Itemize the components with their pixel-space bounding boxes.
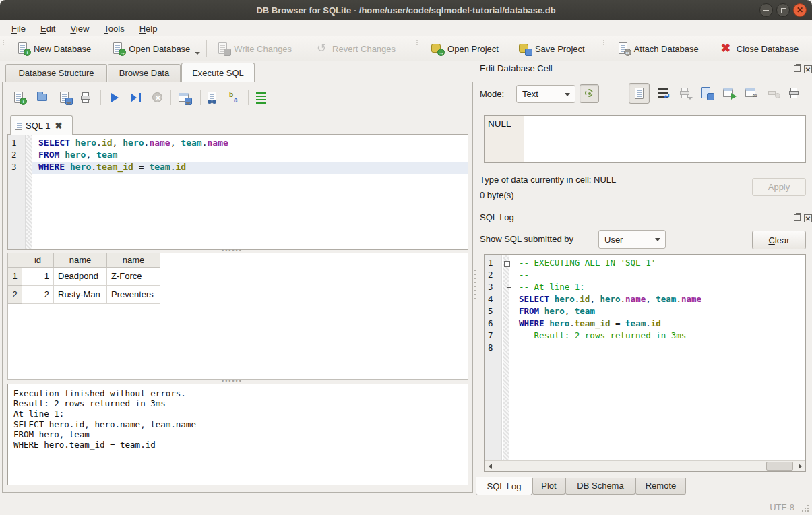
line-number: 2 — [485, 270, 503, 282]
toolbar-drag-handle[interactable] — [3, 40, 6, 57]
tab-db-schema-label: DB Schema — [577, 481, 623, 491]
tab-sql-log[interactable]: SQL Log — [476, 477, 532, 495]
execute-current-line-icon[interactable] — [129, 91, 143, 104]
scrollbar-thumb[interactable] — [766, 462, 793, 471]
tab-db-schema[interactable]: DB Schema — [565, 478, 635, 495]
cell-editor[interactable]: NULL — [484, 115, 806, 163]
find-replace-icon[interactable]: ba — [228, 91, 241, 104]
dock-close-icon[interactable]: ✕ — [804, 65, 812, 73]
open-tab-icon[interactable]: + — [12, 91, 26, 104]
close-database-button[interactable]: ✖ Close Database — [713, 36, 805, 61]
menu-edit[interactable]: Edit — [33, 22, 63, 36]
save-project-label: Save Project — [535, 44, 585, 54]
panel-splitter[interactable] — [474, 270, 476, 301]
clear-button[interactable]: Clear — [752, 231, 806, 249]
sql-editor[interactable]: 1SELECT hero.id, hero.name, team.name 2F… — [7, 134, 468, 250]
sql1-tab[interactable]: SQL 1 ✖ — [10, 115, 73, 135]
log-line: -- — [513, 270, 805, 282]
log-line — [513, 342, 805, 355]
new-database-button[interactable]: + New Database — [10, 36, 97, 61]
sql1-tab-label: SQL 1 — [26, 121, 50, 131]
toolbar-separator — [100, 90, 101, 105]
code-line: FROM hero, team — [32, 150, 468, 162]
revert-changes-icon: ↺ — [315, 42, 328, 55]
submitted-by-combobox[interactable]: User — [598, 230, 666, 249]
tab-database-structure[interactable]: Database Structure — [5, 64, 107, 82]
open-external-link-icon[interactable]: ∞ — [744, 86, 757, 100]
fold-collapse-icon[interactable] — [503, 258, 513, 270]
column-header-name[interactable]: name — [54, 253, 107, 268]
mode-combobox[interactable]: Text — [516, 85, 575, 103]
save-sql-menu-arrow[interactable] — [66, 102, 71, 105]
dock-float-icon[interactable] — [794, 214, 801, 221]
menu-file[interactable]: File — [4, 22, 33, 36]
open-project-button[interactable]: → Open Project — [424, 36, 505, 61]
table-row[interactable]: 2 2 Rusty-Man Preventers — [8, 286, 468, 304]
word-wrap-icon[interactable] — [656, 86, 670, 100]
menu-tools[interactable]: Tools — [96, 22, 131, 36]
open-database-menu-arrow[interactable] — [195, 52, 200, 55]
tab-plot[interactable]: Plot — [532, 478, 565, 495]
table-row[interactable]: 1 1 Deadpond Z-Force — [8, 268, 468, 286]
results-table[interactable]: id name name 1 1 Deadpond Z-Force 2 2 Ru… — [7, 253, 468, 380]
resize-grip[interactable] — [801, 504, 809, 512]
menu-help[interactable]: Help — [132, 22, 165, 36]
cell-id[interactable]: 1 — [22, 268, 54, 286]
cell-team-name[interactable]: Z-Force — [107, 268, 160, 286]
save-results-menu-arrow[interactable] — [185, 102, 191, 105]
execution-message[interactable]: Execution finished without errors. Resul… — [7, 384, 468, 485]
column-header-name2[interactable]: name — [107, 253, 160, 268]
attach-database-button[interactable]: ∞ Attach Database — [611, 36, 705, 61]
toolbar-drag-handle[interactable] — [416, 40, 420, 57]
open-database-button[interactable]: → Open Database — [105, 36, 196, 61]
tab-browse-data[interactable]: Browse Data — [108, 64, 181, 82]
message-line: FROM hero, team — [13, 429, 462, 440]
cell-value: NULL — [488, 119, 511, 129]
open-sql-file-icon[interactable] — [36, 91, 49, 104]
auto-switch-mode-button[interactable] — [580, 84, 599, 103]
title-bar[interactable]: DB Browser for SQLite - /home/user/code/… — [0, 0, 812, 20]
open-database-icon: → — [111, 42, 125, 55]
row-header: 1 — [8, 268, 22, 286]
column-header-id[interactable]: id — [22, 253, 54, 268]
minimize-button[interactable] — [759, 3, 773, 17]
text-mode-button[interactable] — [629, 83, 650, 104]
import-icon[interactable] — [699, 86, 713, 100]
dock-close-icon[interactable]: ✕ — [804, 214, 812, 222]
execute-all-icon[interactable] — [108, 91, 121, 104]
cell-hero-name[interactable]: Rusty-Man — [54, 286, 107, 304]
horizontal-scrollbar[interactable] — [485, 460, 805, 471]
close-database-label: Close Database — [737, 44, 799, 54]
print-cell-icon[interactable] — [787, 86, 801, 100]
tab-database-structure-label: Database Structure — [18, 68, 94, 78]
attach-database-icon: ∞ — [617, 42, 630, 55]
toolbar-separator — [170, 90, 171, 105]
cell-hero-name[interactable]: Deadpond — [54, 268, 107, 286]
sql-log-title: SQL Log — [480, 212, 514, 222]
auto-format-icon[interactable] — [254, 91, 268, 104]
encoding-indicator[interactable]: UTF-8 — [770, 502, 794, 512]
save-project-button[interactable]: Save Project — [511, 36, 591, 61]
scroll-left-icon[interactable] — [485, 461, 495, 471]
export-icon[interactable] — [722, 86, 735, 100]
maximize-button[interactable] — [776, 3, 790, 17]
tab-execute-sql[interactable]: Execute SQL — [181, 63, 255, 82]
log-line: -- At line 1: — [513, 282, 805, 294]
close-database-icon: ✖ — [719, 42, 732, 55]
tab-remote[interactable]: Remote — [635, 478, 686, 495]
line-number: 6 — [485, 318, 503, 330]
menu-view[interactable]: View — [63, 22, 96, 36]
write-changes-icon — [216, 42, 230, 55]
cell-id[interactable]: 2 — [22, 286, 54, 304]
scroll-right-icon[interactable] — [794, 461, 805, 471]
sql-log-view[interactable]: 1-- EXECUTING ALL IN 'SQL 1' 2-- 3-- At … — [484, 254, 806, 472]
print-icon[interactable] — [79, 91, 92, 104]
toolbar-drag-handle[interactable] — [603, 40, 606, 57]
find-icon[interactable] — [206, 91, 219, 104]
tab-execute-sql-label: Execute SQL — [192, 68, 244, 78]
row-header: 2 — [8, 286, 22, 304]
cell-team-name[interactable]: Preventers — [107, 286, 160, 304]
close-button[interactable] — [793, 3, 807, 17]
sql1-tab-close-icon[interactable]: ✖ — [55, 121, 62, 131]
dock-float-icon[interactable] — [794, 65, 801, 72]
